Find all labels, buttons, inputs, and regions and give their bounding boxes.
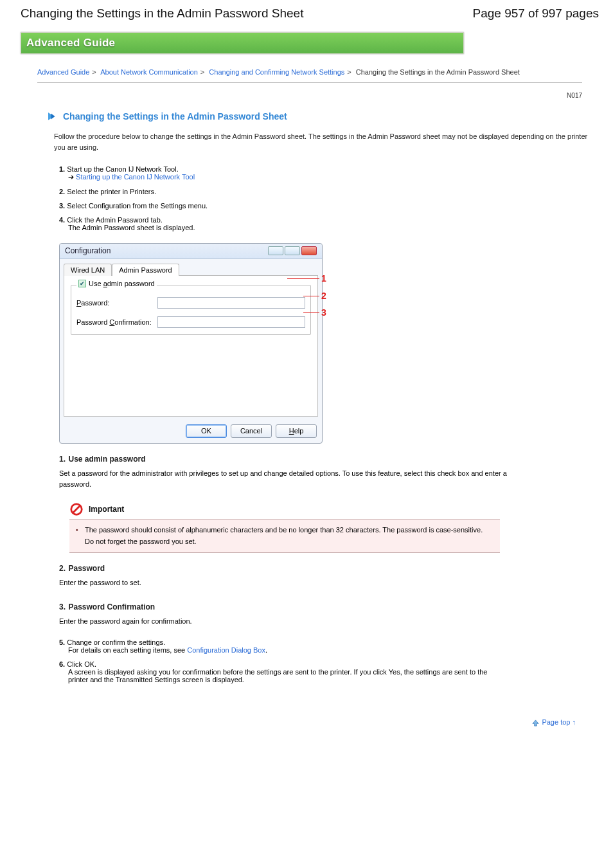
svg-line-3 (73, 505, 80, 512)
config-dialog: Configuration Wired LAN Admin Password ✔… (59, 243, 323, 444)
crumb-link[interactable]: Advanced Guide (37, 68, 89, 76)
step-4: 4. Click the Admin Password tab. The Adm… (59, 216, 599, 231)
tab-wired-lan[interactable]: Wired LAN (64, 264, 112, 276)
step-1: 1. Start up the Canon IJ Network Tool. ➔… (59, 165, 599, 181)
dialog-title: Configuration (65, 246, 111, 255)
minimize-button[interactable] (268, 246, 283, 255)
banner: Advanced Guide (21, 32, 464, 54)
desc-2: 2. Password Enter the password to set. (59, 562, 599, 589)
use-admin-password-checkbox[interactable]: ✔ (78, 280, 86, 287)
callout-2: 2 (321, 291, 338, 301)
step-5: 5. Change or confirm the settings. For d… (59, 638, 599, 654)
svg-marker-1 (51, 113, 55, 119)
callout-3: 3 (321, 307, 338, 318)
password-confirm-label: Password Confirmation: (76, 318, 152, 326)
cancel-button[interactable]: Cancel (231, 424, 272, 438)
callout-line (287, 278, 319, 279)
crumb-link[interactable]: Changing and Confirming Network Settings (209, 68, 344, 76)
header-left: Changing the Settings in the Admin Passw… (21, 6, 303, 21)
page-title: Changing the Settings in the Admin Passw… (63, 111, 287, 122)
important-box: Important The password should consist of… (69, 502, 500, 553)
arrow-right-icon (46, 111, 58, 122)
crumb-link[interactable]: About Network Communication (100, 68, 198, 76)
close-button[interactable] (301, 246, 317, 255)
lead-text: Follow the procedure below to change the… (54, 131, 599, 154)
password-confirm-field[interactable] (157, 316, 305, 328)
desc-3: 3. Password Confirmation Enter the passw… (59, 601, 599, 628)
step-3: 3. Select Configuration from the Setting… (59, 202, 599, 210)
maximize-button[interactable] (285, 246, 300, 255)
link-config-dialog[interactable]: Configuration Dialog Box (187, 646, 265, 654)
crumb-current: Changing the Settings in the Admin Passw… (356, 68, 520, 76)
desc-1: 1. Use admin password Set a password for… (59, 453, 599, 491)
banner-title: Advanced Guide (26, 37, 115, 50)
password-label: Password: (76, 299, 152, 307)
divider (37, 82, 582, 83)
callout-line (303, 312, 319, 313)
page-top-link[interactable]: Page top ↑ (21, 716, 599, 727)
header-right: Page 957 of 997 pages (472, 6, 599, 21)
step-6: 6. Click OK. A screen is displayed askin… (59, 660, 509, 683)
arrow-up-icon (532, 719, 539, 727)
tab-admin-password[interactable]: Admin Password (112, 264, 179, 276)
callout-1: 1 (321, 273, 338, 284)
help-button[interactable]: Help (276, 424, 317, 438)
callout-line (303, 296, 319, 296)
prohibit-icon (69, 502, 84, 516)
breadcrumb: Advanced Guide> About Network Communicat… (37, 67, 599, 78)
legend-label: Use admin password (89, 280, 155, 287)
doc-id: N017 (21, 92, 582, 99)
step-2: 2. Select the printer in Printers. (59, 188, 599, 195)
password-field[interactable] (157, 297, 305, 309)
ok-button[interactable]: OK (186, 424, 227, 438)
link-start-tool[interactable]: Starting up the Canon IJ Network Tool (76, 173, 195, 181)
